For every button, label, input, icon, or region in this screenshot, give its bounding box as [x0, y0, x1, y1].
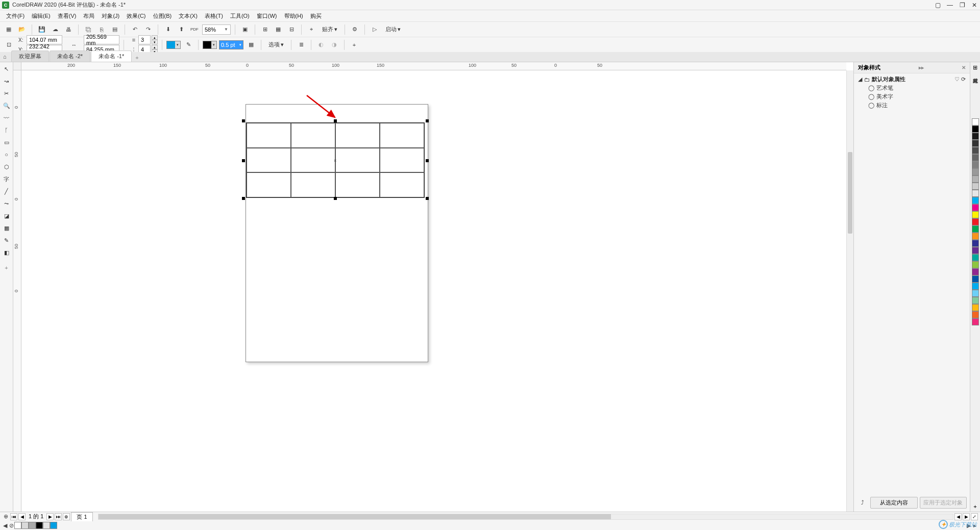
tree-item-art[interactable]: 艺术笔 — [876, 84, 893, 92]
palette-color[interactable] — [972, 175, 979, 183]
palette-left-icon[interactable]: ◀ — [2, 520, 8, 530]
border-icon[interactable]: ▦ — [246, 39, 257, 51]
palette-color[interactable] — [972, 168, 979, 175]
docker-expand-icon[interactable]: ⊞ — [973, 64, 977, 71]
fill-edit-icon[interactable]: ✎ — [183, 39, 194, 51]
artistic-media-icon[interactable]: ᚴ — [1, 124, 12, 136]
doc-palette-color[interactable] — [29, 522, 36, 529]
sel-handle-se[interactable] — [426, 197, 429, 200]
options-dropdown[interactable]: 选项 ▾ — [265, 40, 287, 49]
tree-action-icon[interactable]: ♡ ⟳ — [954, 76, 966, 83]
save-icon[interactable]: 💾 — [36, 24, 47, 35]
undo-icon[interactable]: ↶ — [129, 24, 140, 35]
palette-color[interactable] — [972, 247, 979, 254]
docker-add-icon[interactable]: + — [971, 501, 978, 512]
palette-color[interactable] — [972, 183, 979, 190]
palette-color[interactable] — [972, 311, 979, 318]
zoom-tool-icon[interactable]: 🔍 — [1, 100, 12, 111]
rectangle-tool-icon[interactable]: ▭ — [1, 137, 12, 148]
palette-color[interactable] — [972, 233, 979, 240]
palette-color[interactable] — [972, 161, 979, 168]
transparency-icon[interactable]: ▩ — [1, 222, 12, 234]
launch-icon[interactable]: ▷ — [369, 24, 380, 35]
vertical-ruler[interactable]: 0 50 0 50 0 — [13, 70, 21, 512]
ruler-corner[interactable] — [13, 62, 21, 70]
text-tool-icon[interactable]: 字 — [1, 173, 12, 185]
palette-color[interactable] — [972, 304, 979, 311]
vertical-scrollbar[interactable] — [846, 70, 853, 512]
menu-tools[interactable]: 工具(O) — [227, 11, 253, 21]
sel-handle-e[interactable] — [426, 159, 429, 162]
cloud-icon[interactable]: ☁ — [50, 24, 61, 35]
add-page-icon[interactable]: ⊕ — [2, 513, 9, 520]
docker-tab-styles[interactable]: 对象样式 — [971, 71, 980, 77]
last-page-icon[interactable]: ⏭ — [55, 513, 62, 520]
palette-color[interactable] — [972, 140, 979, 147]
menu-layout[interactable]: 布局 — [80, 11, 97, 21]
close-panel-icon[interactable]: ✕ — [962, 65, 966, 70]
collapse-icon[interactable]: ◢ — [858, 76, 862, 83]
from-selection-button[interactable]: 从选定内容 — [870, 497, 918, 509]
options-icon[interactable]: ⚙ — [349, 24, 360, 35]
tab-doc2[interactable]: 未命名 -2* — [50, 51, 90, 62]
rows-down[interactable]: ▾ — [152, 40, 158, 44]
tab-welcome[interactable]: 欢迎屏幕 — [11, 51, 49, 62]
palette-color[interactable] — [972, 133, 979, 140]
horizontal-scrollbar[interactable] — [98, 514, 953, 520]
sel-handle-ne[interactable] — [426, 119, 429, 122]
add-tab-icon[interactable]: + — [132, 54, 141, 62]
home-icon[interactable]: ⌂ — [3, 54, 10, 61]
menu-text[interactable]: 文本(X) — [176, 11, 201, 21]
close-icon[interactable]: ✕ — [971, 2, 978, 9]
print-icon[interactable]: 🖶 — [63, 24, 74, 35]
nav-expand-icon[interactable]: ⤢ — [971, 513, 978, 520]
outline-width-input[interactable]: 0.5 pt▾ — [219, 40, 243, 49]
tab-doc1[interactable]: 未命名 -1* — [91, 51, 132, 62]
doc-palette-color[interactable] — [14, 522, 21, 529]
palette-color[interactable] — [972, 125, 979, 133]
palette-color[interactable] — [972, 283, 979, 290]
styles-tree[interactable]: ◢🗀默认对象属性♡ ⟳ ◯艺术笔 ◯美术字 ◯标注 — [854, 73, 970, 111]
no-color-icon[interactable]: ⊘ — [8, 520, 14, 530]
palette-color[interactable] — [972, 254, 979, 261]
zoom-input[interactable]: 58%▼ — [202, 24, 231, 35]
palette-color[interactable] — [972, 290, 979, 297]
parallel-dim-icon[interactable]: ╱ — [1, 186, 12, 197]
fill-color-swatch[interactable]: ▾ — [166, 41, 181, 49]
add-preset-icon[interactable]: + — [349, 39, 360, 51]
palette-color[interactable] — [972, 147, 979, 154]
rulers-icon[interactable]: ⊞ — [259, 24, 271, 35]
snap-icon[interactable]: ⌖ — [306, 24, 317, 35]
scroll-right-icon[interactable]: ▶ — [963, 513, 970, 520]
freehand-tool-icon[interactable]: 〰 — [1, 112, 12, 123]
open-icon[interactable]: 📂 — [16, 24, 28, 35]
palette-color[interactable] — [972, 190, 979, 197]
page-tab[interactable]: 页 1 — [71, 512, 92, 521]
sel-handle-sw[interactable] — [242, 197, 245, 200]
prev-page-icon[interactable]: ◀ — [18, 513, 26, 520]
menu-bitmap[interactable]: 位图(B) — [150, 11, 175, 21]
palette-color[interactable] — [972, 275, 979, 283]
connector-icon[interactable]: ⤳ — [1, 198, 12, 209]
palette-color[interactable] — [972, 118, 979, 125]
palette-color[interactable] — [972, 211, 979, 218]
export-icon[interactable]: ⬆ — [176, 24, 187, 35]
first-page-icon[interactable]: ⏮ — [10, 513, 17, 520]
rows-up[interactable]: ▴ — [152, 35, 158, 40]
polygon-tool-icon[interactable]: ⬡ — [1, 161, 12, 172]
width-input[interactable]: 205.569 mm — [84, 35, 119, 44]
horizontal-ruler[interactable]: 200 150 100 50 0 50 100 150 100 50 0 50 — [21, 62, 846, 70]
palette-color[interactable] — [972, 154, 979, 161]
redo-icon[interactable]: ↷ — [142, 24, 154, 35]
sel-handle-s[interactable] — [334, 197, 337, 200]
drop-shadow-icon[interactable]: ◪ — [1, 210, 12, 221]
eyedropper-icon[interactable]: ✎ — [1, 235, 12, 246]
pick-tool-icon[interactable]: ↖ — [1, 63, 12, 74]
menu-view[interactable]: 查看(V) — [55, 11, 80, 21]
fullscreen-icon[interactable]: ▣ — [239, 24, 251, 35]
menu-help[interactable]: 帮助(H) — [281, 11, 306, 21]
next-page-icon[interactable]: ▶ — [46, 513, 54, 520]
doc-palette-color[interactable] — [43, 522, 50, 529]
cols-up[interactable]: ▴ — [152, 45, 158, 49]
menu-file[interactable]: 文件(F) — [3, 11, 28, 21]
